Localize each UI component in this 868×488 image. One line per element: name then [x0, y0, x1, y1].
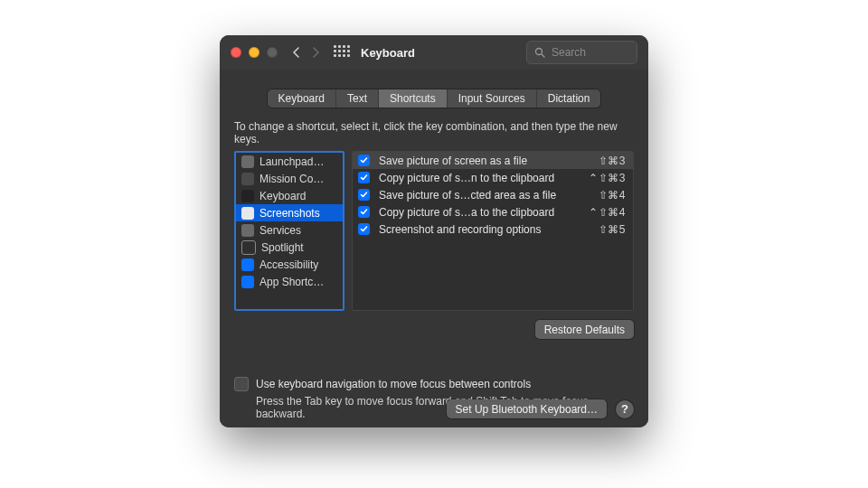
app-shortcuts-icon [241, 276, 254, 288]
shortcut-label: Copy picture of s…a to the clipboard [379, 206, 589, 219]
window-controls [231, 47, 278, 58]
shortcut-row[interactable]: Save picture of s…cted area as a file ⇧⌘… [353, 186, 633, 203]
category-label: Keyboard [259, 190, 306, 202]
tab-input-sources[interactable]: Input Sources [448, 89, 537, 108]
shortcut-row[interactable]: Save picture of screen as a file ⇧⌘3 [353, 152, 633, 169]
shortcut-keys[interactable]: ⇧⌘4 [599, 189, 626, 202]
category-label: Services [259, 224, 301, 237]
keyboard-nav-checkbox[interactable] [234, 377, 249, 391]
category-label: Spotlight [261, 241, 304, 254]
svg-point-0 [536, 49, 542, 55]
shortcut-keys[interactable]: ⇧⌘5 [599, 223, 626, 236]
shortcut-label: Save picture of s…cted area as a file [379, 189, 599, 202]
checkbox-checked[interactable] [358, 172, 370, 183]
tab-shortcuts[interactable]: Shortcuts [379, 89, 448, 108]
checkbox-checked[interactable] [358, 189, 370, 201]
category-launchpad[interactable]: Launchpad… [236, 153, 343, 170]
pane-body: Keyboard Text Shortcuts Input Sources Di… [220, 70, 648, 427]
category-accessibility[interactable]: Accessibility [236, 256, 343, 273]
checkbox-checked[interactable] [358, 206, 370, 218]
keyboard-icon [241, 190, 254, 202]
forward-button [307, 43, 325, 61]
search-input[interactable] [550, 45, 629, 60]
category-label: Mission Co… [259, 173, 324, 185]
category-label: Screenshots [259, 207, 320, 220]
category-services[interactable]: Services [236, 221, 343, 239]
titlebar: Keyboard [220, 35, 648, 70]
tab-dictation[interactable]: Dictation [537, 89, 601, 108]
category-screenshots[interactable]: Screenshots [236, 204, 343, 221]
spotlight-icon [241, 240, 256, 255]
shortcut-keys[interactable]: ⌃⇧⌘4 [589, 206, 626, 219]
accessibility-icon [241, 258, 254, 271]
mission-control-icon [241, 173, 254, 185]
screenshots-icon [241, 207, 254, 220]
svg-line-1 [542, 54, 544, 57]
window-title: Keyboard [361, 46, 415, 60]
tab-text[interactable]: Text [336, 89, 379, 108]
category-app-shortcuts[interactable]: App Shortc… [236, 273, 343, 290]
help-button[interactable]: ? [616, 400, 634, 418]
show-all-icon[interactable] [334, 45, 348, 60]
shortcut-label: Save picture of screen as a file [379, 155, 599, 167]
checkbox-checked[interactable] [358, 155, 370, 166]
shortcut-label: Copy picture of s…n to the clipboard [379, 172, 589, 184]
tab-bar: Keyboard Text Shortcuts Input Sources Di… [220, 89, 648, 108]
category-label: App Shortc… [259, 276, 324, 288]
restore-defaults-button[interactable]: Restore Defaults [535, 320, 634, 339]
shortcut-label: Screenshot and recording options [379, 223, 599, 236]
close-button[interactable] [231, 47, 241, 58]
launchpad-icon [241, 155, 254, 168]
minimize-button[interactable] [249, 47, 259, 58]
search-field[interactable] [526, 41, 637, 64]
setup-bluetooth-keyboard-button[interactable]: Set Up Bluetooth Keyboard… [447, 399, 607, 418]
search-icon [534, 47, 545, 58]
shortcut-keys[interactable]: ⌃⇧⌘3 [589, 172, 626, 184]
back-button[interactable] [287, 43, 305, 61]
zoom-button-disabled [267, 47, 278, 58]
services-icon [241, 224, 254, 237]
preferences-window: Keyboard Keyboard Text Shortcuts Input S… [220, 35, 648, 427]
shortcut-list[interactable]: Save picture of screen as a file ⇧⌘3 Cop… [352, 151, 634, 311]
category-label: Launchpad… [259, 155, 324, 168]
category-spotlight[interactable]: Spotlight [236, 239, 343, 256]
shortcut-row[interactable]: Screenshot and recording options ⇧⌘5 [353, 221, 633, 238]
tab-keyboard[interactable]: Keyboard [268, 89, 336, 108]
shortcut-keys[interactable]: ⇧⌘3 [599, 155, 626, 167]
shortcut-row[interactable]: Copy picture of s…n to the clipboard ⌃⇧⌘… [353, 169, 633, 186]
category-keyboard[interactable]: Keyboard [236, 187, 343, 204]
checkbox-checked[interactable] [358, 223, 370, 235]
shortcut-row[interactable]: Copy picture of s…a to the clipboard ⌃⇧⌘… [353, 203, 633, 221]
category-label: Accessibility [259, 258, 318, 271]
category-list[interactable]: Launchpad… Mission Co… Keyboard Screensh… [234, 151, 344, 311]
keyboard-nav-label: Use keyboard navigation to move focus be… [256, 378, 531, 390]
instruction-text: To change a shortcut, select it, click t… [234, 120, 634, 145]
category-mission-control[interactable]: Mission Co… [236, 170, 343, 187]
